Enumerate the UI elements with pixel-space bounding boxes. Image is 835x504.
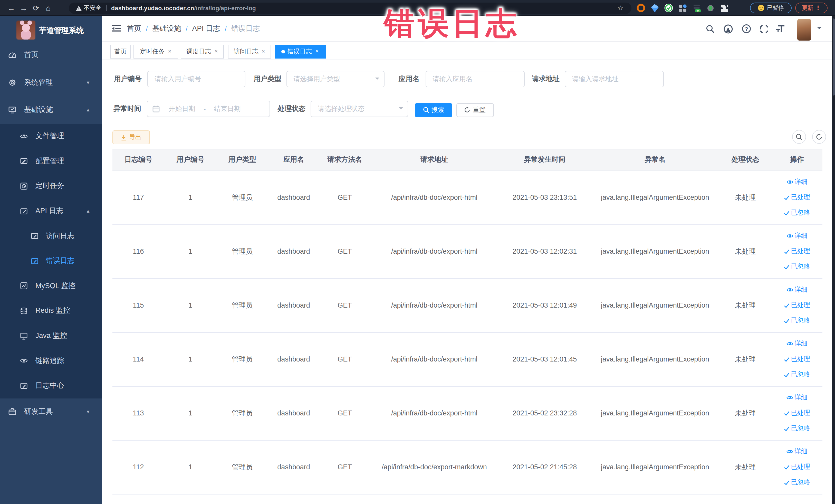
table-cell: 2021-05-03 12:01:49 — [498, 278, 591, 332]
table-cell: 未处理 — [719, 224, 772, 278]
processed-link[interactable]: 已处理 — [784, 301, 810, 310]
table-row: 1121管理员dashboardGET/api/infra/db-doc/exp… — [113, 440, 822, 494]
tab-0[interactable]: 首页 — [110, 44, 131, 58]
tab-close-icon[interactable]: ✕ — [261, 49, 265, 54]
redis-icon — [20, 307, 28, 315]
table-cell: java.lang.IllegalArgumentException — [591, 386, 719, 440]
column-header: 操作 — [772, 149, 822, 170]
table-cell: GET — [319, 170, 370, 224]
date-end-placeholder[interactable]: 结束日期 — [214, 104, 241, 114]
table-cell: 未处理 — [719, 332, 772, 386]
sidebar-item-1[interactable]: 系统管理▼ — [0, 69, 102, 96]
table-cell: 未处理 — [719, 278, 772, 332]
search-button[interactable]: 搜索 — [415, 103, 452, 117]
tab-close-icon[interactable]: ✕ — [214, 49, 218, 54]
sidebar-item-0[interactable]: 首页 — [0, 41, 102, 69]
table-cell: java.lang.IllegalArgumentException — [591, 278, 719, 332]
table-cell: 未处理 — [719, 170, 772, 224]
ignored-link[interactable]: 已忽略 — [784, 208, 810, 217]
ignored-link[interactable]: 已忽略 — [784, 424, 810, 433]
apilog-icon — [20, 207, 28, 215]
sidebar-item-8[interactable]: 错误日志 — [0, 248, 102, 274]
sidebar-item-6[interactable]: API 日志▲ — [0, 199, 102, 224]
request-url-input[interactable]: 请输入请求地址 — [565, 70, 664, 87]
infra-icon — [8, 106, 16, 114]
detail-link[interactable]: 详细 — [787, 447, 808, 456]
table-cell: 未处理 — [719, 440, 772, 494]
table-cell: 1 — [164, 278, 217, 332]
sidebar-item-11[interactable]: Java 监控 — [0, 323, 102, 348]
date-start-placeholder[interactable]: 开始日期 — [169, 104, 195, 114]
sidebar-item-3[interactable]: 文件管理 — [0, 124, 102, 149]
refresh-icon — [464, 107, 470, 113]
table-cell: GET — [319, 224, 370, 278]
processed-link[interactable]: 已处理 — [784, 247, 810, 256]
process-status-label: 处理状态 — [274, 101, 305, 117]
error-log-table: 日志编号用户编号用户类型应用名请求方法名请求地址异常发生时间异常名处理状态操作1… — [113, 149, 822, 494]
sidebar-item-9[interactable]: MySQL 监控 — [0, 274, 102, 298]
sidebar-item-14[interactable]: 研发工具▼ — [0, 398, 102, 426]
sidebar-item-4[interactable]: 配置管理 — [0, 149, 102, 174]
table-cell: /api/infra/db-doc/export-html — [370, 170, 498, 224]
table-cell: 管理员 — [217, 440, 268, 494]
detail-link[interactable]: 详细 — [787, 394, 808, 402]
detail-link[interactable]: 详细 — [787, 339, 808, 348]
table-cell: dashboard — [268, 440, 319, 494]
table-cell: 管理员 — [217, 170, 268, 224]
table-cell: GET — [319, 278, 370, 332]
reset-button[interactable]: 重置 — [456, 103, 494, 117]
sidebar-item-2[interactable]: 基础设施▲ — [0, 96, 102, 124]
table-cell: dashboard — [268, 386, 319, 440]
process-status-select[interactable]: 请选择处理状态 — [311, 101, 408, 117]
table-cell: 管理员 — [217, 332, 268, 386]
job-icon — [20, 182, 28, 190]
user-id-input[interactable]: 请输入用户编号 — [147, 70, 245, 87]
accesslog-icon — [30, 232, 39, 240]
tab-4[interactable]: 错误日志✕ — [274, 44, 326, 58]
table-cell: 114 — [113, 332, 164, 386]
date-range-input[interactable]: 开始日期 - 结束日期 — [147, 101, 270, 117]
sidebar-item-10[interactable]: Redis 监控 — [0, 298, 102, 323]
detail-link[interactable]: 详细 — [787, 285, 808, 294]
export-button[interactable]: 导出 — [112, 130, 150, 144]
table-cell: 116 — [113, 224, 164, 278]
ignored-link[interactable]: 已忽略 — [784, 478, 810, 487]
column-header: 异常发生时间 — [498, 149, 591, 170]
table-row: 1161管理员dashboardGET/api/infra/db-doc/exp… — [113, 224, 822, 278]
table-cell: 2021-05-03 12:02:31 — [498, 224, 591, 278]
tab-close-icon[interactable]: ✕ — [168, 49, 171, 54]
processed-link[interactable]: 已处理 — [784, 409, 810, 418]
detail-link[interactable]: 详细 — [787, 231, 808, 240]
table-search-toggle-button[interactable] — [792, 130, 806, 144]
ignored-link[interactable]: 已忽略 — [784, 316, 810, 325]
table-cell: /api/infra/db-doc/export-html — [370, 278, 498, 332]
table-row: 1131管理员dashboardGET/api/infra/db-doc/exp… — [113, 386, 822, 440]
column-header: 用户编号 — [164, 149, 217, 170]
ignored-link[interactable]: 已忽略 — [784, 262, 810, 271]
tab-1[interactable]: 定时任务✕ — [134, 44, 178, 58]
user-type-select[interactable]: 请选择用户类型 — [286, 70, 384, 87]
page-scrollbar[interactable] — [832, 16, 835, 504]
detail-link[interactable]: 详细 — [787, 178, 808, 186]
processed-link[interactable]: 已处理 — [784, 463, 810, 471]
request-url-label: 请求地址 — [498, 70, 559, 87]
screen: ← → ⟳ ⌂ 不安全 dashboard.yudao.iocoder.cn/i… — [0, 0, 835, 504]
actions-cell: 详细已处理已忽略 — [772, 386, 822, 440]
sidebar-item-13[interactable]: 日志中心 — [0, 373, 102, 398]
table-row: 1141管理员dashboardGET/api/infra/db-doc/exp… — [113, 332, 822, 386]
sidebar-menu: 首页系统管理▼基础设施▲文件管理配置管理定时任务API 日志▲访问日志错误日志M… — [0, 41, 102, 504]
ignored-link[interactable]: 已忽略 — [784, 370, 810, 379]
sidebar-item-7[interactable]: 访问日志 — [0, 224, 102, 248]
table-cell: /api/infra/db-doc/export-html — [370, 386, 498, 440]
column-header: 日志编号 — [113, 149, 164, 170]
tab-3[interactable]: 访问日志✕ — [228, 44, 271, 58]
processed-link[interactable]: 已处理 — [784, 193, 810, 202]
processed-link[interactable]: 已处理 — [784, 355, 810, 364]
sidebar-item-12[interactable]: 链路追踪 — [0, 348, 102, 373]
tab-2[interactable]: 调度日志✕ — [181, 44, 224, 58]
java-icon — [20, 332, 28, 340]
tab-close-icon[interactable]: ✕ — [315, 49, 319, 54]
actions-cell: 详细已处理已忽略 — [772, 224, 822, 278]
table-refresh-button[interactable] — [812, 130, 826, 144]
sidebar-item-5[interactable]: 定时任务 — [0, 174, 102, 199]
